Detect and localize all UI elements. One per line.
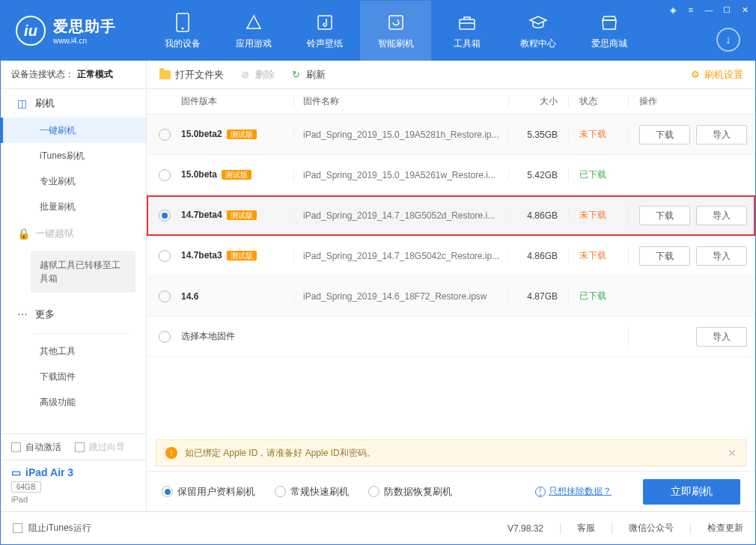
block-itunes-checkbox[interactable] [13,523,22,533]
svg-rect-3 [389,16,403,29]
graduation-icon [528,12,548,33]
row-radio[interactable] [159,250,171,262]
download-manager-icon[interactable]: ↓ [716,28,740,52]
mode-recover[interactable]: 防数据恢复刷机 [368,485,452,499]
minimize-icon[interactable]: — [703,4,715,16]
gear-icon: ⚙ [691,69,700,80]
app-title: 爱思助手 [53,16,116,37]
jailbreak-note: 越狱工具已转移至工具箱 [31,251,135,293]
toolbar: 打开文件夹 ⊘删除 ↻刷新 ⚙刷机设置 [147,61,755,89]
music-icon [316,12,334,33]
flash-now-button[interactable]: 立即刷机 [643,479,740,505]
phone-icon [176,12,189,33]
app-header: iu 爱思助手 www.i4.cn 我的设备 应用游戏 铃声壁纸 智能刷机 工具… [1,1,755,61]
flash-settings-link[interactable]: ⚙刷机设置 [691,68,743,82]
col-ops: 操作 [628,95,755,108]
sidebar-item-batch-flash[interactable]: 批量刷机 [1,194,146,219]
maximize-icon[interactable]: ☐ [721,4,733,16]
sidebar-item-advanced[interactable]: 高级功能 [1,389,146,415]
menu-icon[interactable]: ≡ [685,4,697,16]
sidebar-group-flash[interactable]: ◫刷机 [1,89,146,118]
store-icon [600,12,618,33]
col-status: 状态 [568,95,628,108]
mode-keep-data[interactable]: 保留用户资料刷机 [162,485,255,499]
warning-icon: ! [165,447,177,459]
import-local-button[interactable]: 导入 [696,327,747,347]
sidebar-item-pro-flash[interactable]: 专业刷机 [1,168,146,194]
more-icon: ⋯ [17,308,28,320]
mode-normal-radio[interactable] [275,486,286,497]
refresh-icon [387,12,405,33]
row-radio[interactable] [159,290,171,302]
local-firmware-row: 选择本地固件 导入 [147,317,755,357]
notice-bar: ! 如已绑定 Apple ID，请准备好 Apple ID和密码。 ✕ [156,439,746,466]
check-update-link[interactable]: 检查更新 [707,522,743,535]
close-icon[interactable]: ✕ [739,4,751,16]
sidebar-item-itunes-flash[interactable]: iTunes刷机 [1,143,146,168]
download-button[interactable]: 下载 [639,125,690,144]
firmware-row: 15.0beta测试版 iPad_Spring_2019_15.0_19A526… [147,155,755,195]
import-button[interactable]: 导入 [696,206,747,225]
auto-activate-checkbox[interactable] [11,442,21,452]
col-version: 固件版本 [181,95,293,108]
app-subtitle: www.i4.cn [53,37,116,45]
nav-store[interactable]: 爱思商城 [573,1,644,61]
service-link[interactable]: 客服 [577,522,595,535]
firmware-row: 14.7beta3测试版 iPad_Spring_2019_14.7_18G50… [147,236,755,276]
main-panel: 打开文件夹 ⊘删除 ↻刷新 ⚙刷机设置 固件版本 固件名称 大小 状态 操作 1… [147,61,755,511]
logo-area: iu 爱思助手 www.i4.cn [1,1,147,61]
row-radio[interactable] [159,129,171,141]
footer: 阻止iTunes运行 V7.98.32 客服 微信公众号 检查更新 [1,511,755,544]
download-button[interactable]: 下载 [639,246,690,266]
sidebar-item-oneclick-flash[interactable]: 一键刷机 [1,118,146,143]
nav-toolbox[interactable]: 工具箱 [431,1,502,61]
col-name: 固件名称 [293,95,508,108]
flash-icon: ◫ [17,97,28,109]
tablet-icon: ▭ [11,466,21,478]
mode-recover-radio[interactable] [368,486,379,497]
import-button[interactable]: 导入 [696,246,747,266]
sidebar-item-other-tools[interactable]: 其他工具 [1,338,146,364]
window-controls: ◈ ≡ — ☐ ✕ [667,4,751,16]
mode-bar: 保留用户资料刷机 常规快速刷机 防数据恢复刷机 !只想抹除数据？ 立即刷机 [147,471,755,511]
connection-status: 设备连接状态：正常模式 [1,61,146,89]
row-radio[interactable] [159,169,171,181]
mode-normal[interactable]: 常规快速刷机 [275,485,349,499]
firmware-row: 14.7beta4测试版 iPad_Spring_2019_14.7_18G50… [147,195,755,236]
device-capacity: 64GB [11,481,41,493]
reload-icon: ↻ [290,69,302,81]
nav-ringtones[interactable]: 铃声壁纸 [289,1,360,61]
device-info[interactable]: ▭iPad Air 3 64GB iPad [1,460,146,511]
apps-icon [245,12,263,33]
nav-apps[interactable]: 应用游戏 [218,1,289,61]
delete-icon: ⊘ [239,69,251,81]
nav-tutorials[interactable]: 教程中心 [502,1,573,61]
import-button[interactable]: 导入 [696,125,747,144]
wechat-link[interactable]: 微信公众号 [629,522,674,535]
toolbox-icon [458,12,476,33]
nav-my-device[interactable]: 我的设备 [147,1,218,61]
sidebar-group-jailbreak: 🔒一键越狱 [1,219,146,248]
open-folder-button[interactable]: 打开文件夹 [159,68,224,82]
refresh-button[interactable]: ↻刷新 [290,68,326,82]
svg-rect-4 [460,19,475,29]
delete-button[interactable]: ⊘删除 [239,68,275,82]
table-header: 固件版本 固件名称 大小 状态 操作 [147,89,755,115]
info-icon: ! [535,487,546,497]
nav-flash[interactable]: 智能刷机 [360,1,431,61]
download-button[interactable]: 下载 [639,206,690,225]
auto-activate-row: 自动激活 跳过向导 [1,434,146,460]
tshirt-icon[interactable]: ◈ [667,4,679,16]
sidebar-item-download-fw[interactable]: 下载固件 [1,364,146,389]
notice-close-icon[interactable]: ✕ [728,447,737,459]
sidebar: 设备连接状态：正常模式 ◫刷机 一键刷机 iTunes刷机 专业刷机 批量刷机 … [1,61,147,511]
row-radio[interactable] [159,210,171,222]
sidebar-group-more[interactable]: ⋯更多 [1,300,146,329]
main-nav: 我的设备 应用游戏 铃声壁纸 智能刷机 工具箱 教程中心 爱思商城 [147,1,755,61]
firmware-row: 14.6 iPad_Spring_2019_14.6_18F72_Restore… [147,276,755,317]
mode-keep-radio[interactable] [162,486,173,497]
col-size: 大小 [508,95,568,108]
skip-guide-checkbox[interactable] [75,442,85,452]
erase-data-link[interactable]: !只想抹除数据？ [535,485,612,498]
local-firmware-radio[interactable] [159,331,171,343]
